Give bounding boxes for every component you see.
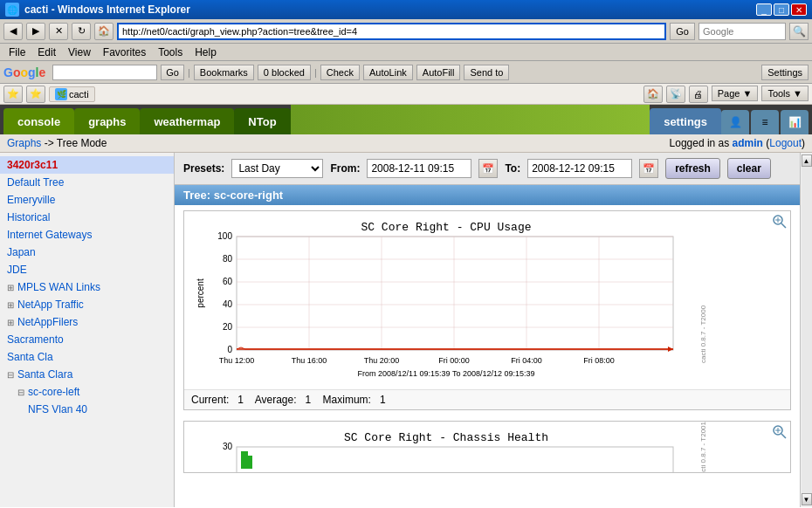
favorites-cacti-label: cacti (69, 89, 89, 100)
refresh-nav-button[interactable]: ↻ (72, 23, 91, 40)
sidebar-item-emeryville[interactable]: Emeryville (0, 191, 174, 209)
address-input[interactable] (117, 23, 666, 40)
menu-tools[interactable]: Tools (153, 45, 188, 59)
svg-text:From 2008/12/11 09:15:39 To 20: From 2008/12/11 09:15:39 To 2008/12/12 0… (358, 369, 535, 378)
menu-edit[interactable]: Edit (32, 45, 61, 59)
sidebar-item-internet-gateways[interactable]: Internet Gateways (0, 226, 174, 244)
svg-text:80: 80 (223, 254, 233, 264)
sidebar-item-3420r3c11[interactable]: 3420r3c11 (0, 156, 174, 174)
cacti-navigation: console graphs weathermap NTop settings … (0, 105, 812, 134)
current-label: Current: (191, 394, 235, 406)
svg-line-30 (781, 223, 786, 228)
nav-icon-grid[interactable]: ≡ (751, 110, 779, 134)
sidebar-item-historical[interactable]: Historical (0, 209, 174, 226)
tools-btn[interactable]: Tools ▼ (761, 86, 809, 101)
autofill-button[interactable]: AutoFill (416, 65, 461, 80)
to-label: To: (505, 162, 520, 175)
nav-tab-graphs[interactable]: graphs (74, 108, 140, 134)
sidebar-item-sacramento[interactable]: Sacramento (0, 331, 174, 348)
organize-favorites-button[interactable]: ⭐ (26, 86, 45, 103)
bookmarks-button[interactable]: Bookmarks (194, 65, 254, 80)
graph-card-chassis: SC Core Right - Chassis Health 30 cacti … (183, 421, 791, 473)
menu-file[interactable]: File (3, 45, 31, 59)
nav-icon-user[interactable]: 👤 (721, 110, 749, 134)
svg-text:0: 0 (227, 345, 232, 354)
sidebar-item-jde[interactable]: JDE (0, 261, 174, 278)
back-button[interactable]: ◀ (3, 23, 23, 40)
svg-text:SC Core Right - CPU Usage: SC Core Right - CPU Usage (361, 221, 531, 234)
search-button[interactable]: 🔍 (789, 23, 809, 40)
close-button[interactable]: ✕ (791, 3, 807, 16)
nav-tab-ntop[interactable]: NTop (234, 108, 290, 134)
nav-tab-console[interactable]: console (3, 108, 74, 134)
google-go-button[interactable]: Go (161, 65, 184, 80)
svg-text:30: 30 (223, 442, 233, 451)
sidebar-item-mpls-wan-links[interactable]: ⊞ MPLS WAN Links (0, 278, 174, 296)
google-search-input[interactable] (52, 65, 157, 80)
to-date-input[interactable] (527, 159, 632, 178)
breadcrumb-current: Tree Mode (57, 137, 107, 149)
menu-favorites[interactable]: Favorites (98, 45, 151, 59)
sidebar-item-sc-core-left[interactable]: ⊟ sc-core-left (0, 383, 174, 401)
svg-text:Thu 20:00: Thu 20:00 (364, 356, 400, 365)
svg-text:60: 60 (223, 277, 233, 286)
presets-bar: Presets: Last Day Last Half Hour Last Ho… (175, 153, 800, 185)
menu-bar: File Edit View Favorites Tools Help (0, 44, 812, 61)
breadcrumb-root[interactable]: Graphs (7, 137, 41, 149)
settings-button[interactable]: Settings (761, 65, 809, 80)
chassis-zoom-icon[interactable] (773, 425, 787, 442)
sidebar-item-santa-cla[interactable]: Santa Cla (0, 348, 174, 366)
sidebar-item-netappfilers[interactable]: ⊞ NetAppFilers (0, 313, 174, 331)
forward-button[interactable]: ▶ (26, 23, 45, 40)
sidebar-item-nfs-vlan-40[interactable]: NFS Vlan 40 (0, 401, 174, 418)
stop-button[interactable]: ✕ (49, 23, 68, 40)
sidebar-item-japan[interactable]: Japan (0, 244, 174, 261)
menu-view[interactable]: View (63, 45, 96, 59)
rss-button[interactable]: 📡 (666, 86, 685, 103)
svg-rect-34 (237, 447, 673, 473)
svg-rect-36 (241, 451, 248, 469)
sidebar-item-default-tree[interactable]: Default Tree (0, 174, 174, 191)
search-input[interactable] (698, 23, 786, 40)
address-bar: ◀ ▶ ✕ ↻ 🏠 Go 🔍 (0, 19, 812, 44)
autolink-button[interactable]: AutoLink (363, 65, 413, 80)
chart-side-label: cacti 0.8.7 - T2000 (699, 211, 713, 389)
average-value: 1 (306, 394, 312, 406)
add-favorites-button[interactable]: ⭐ (3, 86, 23, 103)
minimize-button[interactable]: _ (756, 3, 772, 16)
from-calendar-button[interactable]: 📅 (478, 159, 498, 178)
svg-text:Fri 08:00: Fri 08:00 (583, 356, 615, 365)
send-button[interactable]: Send to (464, 65, 509, 80)
google-toolbar: Google Go | Bookmarks 0 blocked | Check … (0, 61, 812, 84)
scrollbar[interactable]: ▲ ▼ (800, 153, 812, 507)
nav-settings[interactable]: settings (650, 108, 721, 134)
home-nav-button[interactable]: 🏠 (643, 86, 663, 103)
sidebar-item-santa-clara[interactable]: ⊟ Santa Clara (0, 366, 174, 383)
from-date-input[interactable] (367, 159, 471, 178)
favorites-bar: ⭐ ⭐ 🌿 cacti 🏠 📡 🖨 Page ▼ Tools ▼ (0, 84, 812, 105)
nav-icon-buttons: 👤 ≡ 📊 (721, 105, 809, 134)
check-button[interactable]: Check (320, 65, 360, 80)
zoom-icon[interactable] (773, 215, 787, 231)
sidebar-item-netapp-traffic[interactable]: ⊞ NetApp Traffic (0, 296, 174, 313)
print-button[interactable]: 🖨 (689, 86, 708, 103)
page-button[interactable]: Page ▼ (712, 86, 759, 101)
home-button[interactable]: 🏠 (94, 23, 114, 40)
google-logo: Google (3, 65, 45, 79)
presets-label: Presets: (183, 162, 224, 175)
blocked-button[interactable]: 0 blocked (258, 65, 311, 80)
graph-container: SC Core Right - CPU Usage (175, 205, 800, 507)
clear-button[interactable]: clear (727, 158, 771, 179)
favorites-cacti[interactable]: 🌿 cacti (49, 86, 95, 102)
presets-select[interactable]: Last Day Last Half Hour Last Hour Last W… (231, 159, 323, 178)
to-calendar-button[interactable]: 📅 (639, 159, 658, 178)
refresh-button[interactable]: refresh (665, 158, 720, 179)
maximize-button[interactable]: □ (774, 3, 789, 16)
auth-user[interactable]: admin (733, 137, 763, 149)
nav-tab-weathermap[interactable]: weathermap (140, 108, 234, 134)
go-button[interactable]: Go (670, 23, 695, 40)
menu-help[interactable]: Help (189, 45, 222, 59)
svg-text:Fri 00:00: Fri 00:00 (438, 356, 470, 365)
auth-logout[interactable]: Logout (769, 137, 802, 149)
nav-icon-wave[interactable]: 📊 (781, 110, 809, 134)
